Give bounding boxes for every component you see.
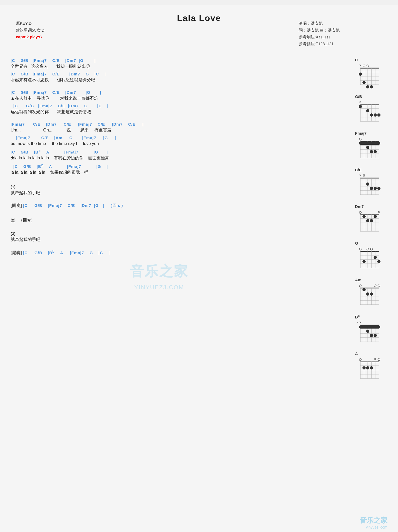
bottom-wm-en: yinyuezj.com	[360, 525, 387, 529]
chord-canvas	[356, 63, 385, 90]
score-line-pre1: |Fmaj7 C/E |Dm7 C/E |Fmaj7 C/E |Dm7 C/E …	[11, 121, 348, 133]
lyric-row-pre1: Um... Oh... 说 起来 有点害羞	[11, 127, 348, 133]
chord-diagram-g: G	[353, 241, 387, 273]
score-line-interlude: [间奏] |C G/B |Fmaj7 C/E |Dm7 |G | （回▲）	[11, 202, 348, 209]
chord-diagram-c: C	[353, 58, 387, 90]
gap5	[11, 210, 348, 215]
lyric-row-chorus1a: ★la la la la la la la la 有我在旁边的你 画面更漂亮	[11, 155, 348, 161]
lyric-row-chorus1b: la la la la la la la la 如果你想的跟我一样	[11, 169, 348, 176]
bottom-watermark: 音乐之家 yinyuezj.com	[360, 516, 387, 529]
marker-triangle: ▲	[11, 96, 15, 100]
section2-label: (2) （回★）	[11, 218, 348, 223]
score-line-outro: [尾奏] |C G/B |Bb A |Fmaj7 G |C |	[11, 249, 348, 256]
chord-diagram-fmaj7: Fmaj7	[353, 131, 387, 163]
meta-right: 演唱：洪安妮 詞：洪安妮 曲：洪安妮 参考刷法:X↑↓_↓↑↓ 参考指法:T12…	[299, 20, 340, 47]
interlude-chords: |C G/B |Fmaj7 C/E |Dm7 |G | （回▲）	[23, 203, 125, 208]
chord-diagram-ce: C/E	[353, 168, 387, 199]
score-line-verse2b: |C G/B |Fmaj7 C/E |Dm7 G |C | 远远就看到发光的你 …	[11, 103, 348, 115]
section3-label: (3)	[11, 231, 348, 236]
chord-diagram-gb: G/B	[353, 94, 387, 126]
score-line-verse1b: |C G/B |Fmaj7 C/E |Dm7 G |C | 听起来有点不可思议 …	[11, 71, 348, 83]
outro-row: [尾奏] |C G/B |Bb A |Fmaj7 G |C |	[11, 249, 348, 256]
outro-chords: |C G/B |Bb A |Fmaj7 G |C |	[23, 250, 110, 255]
outro-bracket: [尾奏]	[11, 250, 22, 255]
interlude-bracket: [间奏]	[11, 203, 22, 208]
chord-row-pre2: |Fmaj7 C/E |Am C |Fmaj7 |G |	[11, 135, 348, 141]
lyric-row-verse2b: 远远就看到发光的你 我想这就是爱情吧	[11, 109, 348, 115]
chord-canvas	[356, 246, 385, 273]
section3-lyric: 就牵起我的手吧	[11, 236, 348, 243]
score-line-verse2a: |C G/B |Fmaj7 C/E |Dm7 |G | ▲在人群中 寻找你 对我…	[11, 90, 348, 101]
writer: 詞：洪安妮 曲：洪安妮	[299, 27, 340, 34]
score-line-pre2: |Fmaj7 C/E |Am C |Fmaj7 |G | but now is …	[11, 135, 348, 147]
chord-diagram-bb: Bb	[353, 314, 387, 347]
strum-pattern: 参考刷法:X↑↓_↓↑↓	[299, 33, 340, 40]
lyric-row-verse1b: 听起来有点不可思议 但我想这就是缘分吧	[11, 77, 348, 83]
chord-canvas	[356, 136, 385, 163]
score-line-chorus1a: |C G/B |Bb A |Fmaj7 |G | ★la la la la la…	[11, 148, 348, 161]
score-line-section2: (2) （回★）	[11, 218, 348, 223]
chord-diagram-am: Am	[353, 278, 387, 309]
capo-info: capo:2 play:C	[16, 33, 45, 40]
lyric-row-verse2a: ▲在人群中 寻找你 对我来说一点都不难	[11, 95, 348, 101]
interlude-row: [间奏] |C G/B |Fmaj7 C/E |Dm7 |G | （回▲）	[11, 202, 348, 209]
section1-label: (1)	[11, 185, 348, 189]
chord-row-verse2a: |C G/B |Fmaj7 C/E |Dm7 |G |	[11, 90, 348, 95]
chord-row-pre1: |Fmaj7 C/E |Dm7 C/E |Fmaj7 C/E |Dm7 C/E …	[11, 121, 348, 127]
score-line-section3: (3) 就牵起我的手吧	[11, 231, 348, 243]
chord-diagram-a: A	[353, 351, 387, 383]
chord-row-chorus1b: |C G/B |Bb A |Fmaj7 |G |	[11, 163, 348, 169]
chord-row-verse1a: |C G/B |Fmaj7 C/E |Dm7 |G |	[11, 58, 348, 63]
chord-name: C	[355, 58, 358, 62]
score-line-verse1a: |C G/B |Fmaj7 C/E |Dm7 |G | 全世界有 这么多人 我却…	[11, 58, 348, 70]
lyric-row-verse1a: 全世界有 这么多人 我却一眼能认出你	[11, 63, 348, 70]
chord-canvas	[356, 100, 385, 126]
chord-row-chorus1a: |C G/B |Bb A |Fmaj7 |G |	[11, 148, 348, 155]
chord-canvas	[356, 210, 385, 236]
gap2	[11, 117, 348, 121]
section1-lyric: 就牵起我的手吧	[11, 190, 348, 196]
performer: 演唱：洪安妮	[299, 20, 340, 27]
suggestion-key: 建议男调:A 女:D	[16, 27, 45, 34]
score-line-section1: (1) 就牵起我的手吧	[11, 185, 348, 196]
chord-name: Dm7	[355, 204, 364, 209]
main-content: |C G/B |Fmaj7 C/E |Dm7 |G | 全世界有 这么多人 我却…	[11, 58, 387, 383]
original-key: 原KEY:D	[16, 20, 45, 27]
chord-row-verse1b: |C G/B |Fmaj7 C/E |Dm7 G |C |	[11, 71, 348, 77]
page: Lala Love 原KEY:D 建议男调:A 女:D capo:2 play:…	[0, 5, 398, 532]
chord-canvas	[356, 283, 385, 309]
gap3	[11, 177, 348, 182]
chord-diagram-dm7: Dm7	[353, 204, 387, 236]
chord-row-verse2b: |C G/B |Fmaj7 C/E |Dm7 G |C |	[11, 103, 348, 109]
chord-name: Bb	[355, 314, 360, 319]
gap6	[11, 224, 348, 229]
chord-canvas	[356, 357, 385, 383]
chord-canvas	[356, 173, 385, 199]
gap1	[11, 85, 348, 90]
score-area: |C G/B |Fmaj7 C/E |Dm7 |G | 全世界有 这么多人 我却…	[11, 58, 353, 383]
chord-canvas	[356, 320, 385, 347]
fingering-pattern: 参考指法:T123_121	[299, 40, 340, 47]
chord-name: A	[355, 351, 358, 356]
chord-diagrams: CG/BFmaj7C/EDm7GAmBbA	[353, 58, 387, 383]
meta-left: 原KEY:D 建议男调:A 女:D capo:2 play:C	[16, 20, 45, 40]
bottom-wm-cn: 音乐之家	[360, 516, 387, 525]
lyric-row-pre2: but now is the time the time say I love …	[11, 141, 348, 147]
gap7	[11, 244, 348, 249]
chord-name: Fmaj7	[355, 131, 366, 135]
gap4	[11, 198, 348, 202]
chord-name: Am	[355, 278, 361, 282]
chord-name: C/E	[355, 168, 362, 172]
score-line-chorus1b: |C G/B |Bb A |Fmaj7 |G | la la la la la …	[11, 163, 348, 176]
chord-name: G/B	[355, 94, 362, 99]
chord-name: G	[355, 241, 358, 245]
